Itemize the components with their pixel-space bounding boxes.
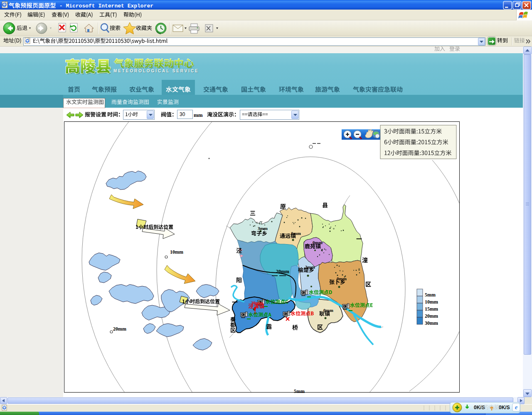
svg-text:e: e bbox=[515, 404, 518, 410]
